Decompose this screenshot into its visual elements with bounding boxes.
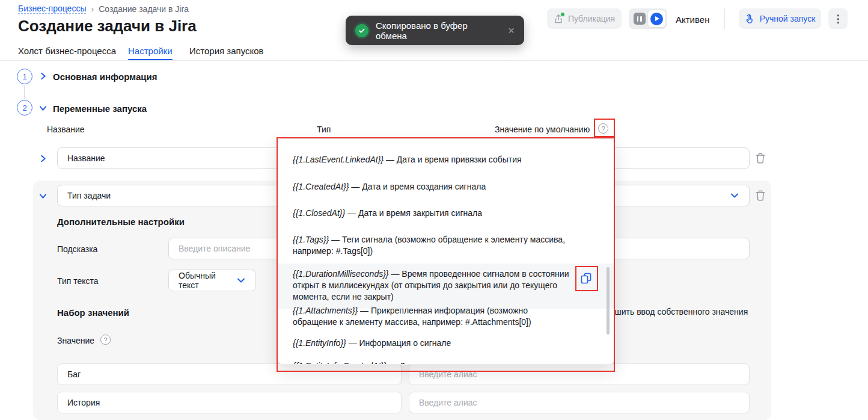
chevron-down-icon[interactable] (38, 103, 47, 113)
breadcrumb: Бизнес-процессы › Создание задачи в Jira (18, 4, 189, 14)
hint-label: Подсказка (57, 244, 97, 254)
chevron-down-icon (730, 191, 739, 200)
column-header-default: Значение по умолчанию (495, 125, 590, 134)
step-number-1: 1 (17, 69, 32, 84)
text-type-select[interactable]: Обычный текст (168, 270, 256, 291)
popup-item[interactable]: {{1.EntityInfo}} — Информация о сигнале (278, 338, 614, 349)
value-alias-input[interactable]: Введите алиас (409, 363, 750, 385)
tab-canvas[interactable]: Холст бизнес-процесса (18, 46, 116, 56)
copy-icon[interactable] (579, 271, 593, 285)
popup-item[interactable]: {{1.CreatedAt}} — Дата и время создания … (278, 181, 614, 193)
breadcrumb-link-business-processes[interactable]: Бизнес-процессы (18, 4, 86, 14)
success-check-icon (355, 24, 368, 37)
variable-code: {{1.ClosedAt}} (293, 208, 345, 218)
alias-placeholder: Введите алиас (419, 398, 477, 407)
manual-run-button[interactable]: Ручной запуск (739, 8, 821, 29)
popup-item[interactable]: {{1.ClosedAt}} — Дата и время закрытия с… (278, 208, 614, 219)
kebab-icon: ⋮ (833, 13, 843, 25)
value-help-icon[interactable]: ? (100, 335, 111, 345)
text-type-value: Обычный текст (179, 271, 236, 290)
value-name: История (67, 398, 100, 407)
process-state-toggle[interactable] (629, 8, 667, 29)
play-icon[interactable] (648, 10, 665, 27)
value-label: Значение (57, 336, 94, 345)
value-name-input[interactable]: Баг (57, 363, 402, 385)
popup-scrollbar[interactable] (607, 267, 610, 335)
step-connector (24, 85, 25, 99)
breadcrumb-current: Создание задачи в Jira (99, 4, 189, 14)
variable-description: — Дата и время закрытия сигнала (347, 208, 482, 218)
delete-variable-icon[interactable] (754, 189, 766, 202)
chevron-down-icon (236, 276, 246, 285)
chevron-right-icon[interactable] (38, 72, 47, 81)
variable-code: {{1.EntityInfo.CreatedAt}} (293, 361, 387, 365)
publish-button-label: Публикация (568, 14, 615, 23)
chevron-down-icon[interactable] (38, 191, 47, 200)
popup-item[interactable]: {{1.Tags}} — Теги сигнала (возможно обра… (278, 234, 614, 257)
variable-description: — Теги сигнала (возможно обращение к эле… (293, 235, 565, 256)
chevron-right-icon[interactable] (38, 154, 47, 163)
more-actions-button[interactable]: ⋮ (828, 8, 848, 29)
column-header-type: Тип (317, 125, 331, 134)
delete-variable-icon[interactable] (754, 152, 766, 165)
allow-custom-value-label[interactable]: Разрешить ввод собственного значения (591, 307, 748, 317)
variable-name-value: Название (67, 153, 105, 163)
variable-code: {{1.DurationMilliseconds}} (293, 269, 389, 279)
variable-description: — Дата и время создания сигнала (351, 182, 486, 191)
hint-placeholder: Введите описание (179, 244, 250, 253)
variable-description: — Д (389, 361, 405, 365)
section-title-run-variables[interactable]: Переменные запуска (53, 103, 147, 114)
tab-run-history[interactable]: История запусков (189, 46, 264, 56)
alias-placeholder: Введите алиас (419, 369, 477, 379)
status-badge: Активен (676, 14, 709, 25)
tab-settings[interactable]: Настройки (128, 46, 173, 56)
variable-code: {{1.LastEvent.LinkedAt}} (293, 155, 384, 164)
variable-description: — Дата и время привязки события (386, 155, 522, 164)
popup-item[interactable]: {{1.EntityInfo.CreatedAt}} — Д (278, 360, 614, 365)
popup-item[interactable]: {{1.Attachments}} — Прикрепленная информ… (278, 305, 614, 328)
subsection-extra-settings: Дополнительные настройки (57, 217, 185, 227)
variable-code: {{1.EntityInfo}} (293, 338, 346, 348)
hand-tap-icon (745, 14, 755, 24)
variable-code: {{1.Tags}} (293, 235, 329, 244)
tab-bar: Холст бизнес-процесса Настройки История … (0, 45, 868, 61)
column-header-name: Название (47, 125, 85, 134)
app-root: Бизнес-процессы › Создание задачи в Jira… (0, 0, 868, 420)
popup-item-hovered[interactable]: {{1.DurationMilliseconds}} — Время прове… (278, 264, 614, 309)
value-name: Баг (67, 369, 81, 379)
popup-item[interactable]: {{1.LastEvent.LinkedAt}} — Дата и время … (278, 154, 614, 165)
breadcrumb-separator: › (91, 4, 94, 14)
variable-description: — Информация о сигнале (349, 338, 451, 348)
value-alias-input[interactable]: Введите алиас (409, 392, 750, 413)
publish-icon (554, 14, 563, 23)
publish-status-dot (560, 12, 565, 17)
variable-code: {{1.Attachments}} (293, 306, 358, 315)
variable-code: {{1.CreatedAt}} (293, 182, 349, 191)
section-title-basic-info[interactable]: Основная информация (53, 72, 157, 82)
default-value-help-icon[interactable]: ? (598, 123, 608, 134)
step-number-2: 2 (17, 100, 32, 116)
page-title: Создание задачи в Jira (18, 17, 197, 36)
value-name-input[interactable]: История (57, 392, 402, 413)
toast-close-icon[interactable]: × (508, 25, 515, 36)
manual-run-label: Ручной запуск (760, 14, 816, 23)
toast-message: Скопировано в буфер обмена (376, 20, 501, 41)
variables-hint-popup: {{1.LastEvent.LinkedAt}} — Дата и время … (278, 138, 614, 365)
variable-type-value: Тип задачи (67, 191, 111, 200)
pause-icon[interactable] (631, 10, 648, 27)
publish-button[interactable]: Публикация (547, 8, 622, 29)
values-set-title: Набор значений (57, 307, 129, 318)
header-divider (724, 8, 725, 29)
toast-notification: Скопировано в буфер обмена × (346, 16, 524, 45)
text-type-label: Тип текста (57, 276, 99, 286)
